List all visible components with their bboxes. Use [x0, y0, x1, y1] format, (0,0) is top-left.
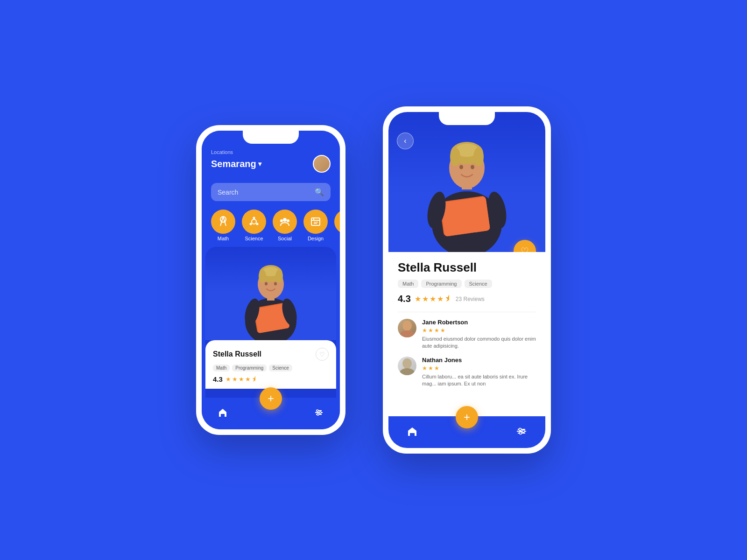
- category-math[interactable]: Math: [211, 210, 235, 241]
- tag-math: Math: [213, 364, 230, 371]
- svg-point-10: [287, 219, 289, 222]
- review-1: Jane Robertson ★★★★ Eiusmod eiusmod dolo…: [398, 319, 536, 350]
- search-icon: 🔍: [315, 188, 324, 196]
- reviewer-1-name: Jane Robertson: [422, 319, 536, 326]
- svg-point-4: [252, 219, 256, 224]
- tutor-details: Stella Russell Math Programming Science …: [388, 252, 545, 416]
- star-2: ★: [232, 376, 238, 383]
- location-text: Semarang: [211, 159, 256, 169]
- bottom-bar-1: +: [202, 398, 340, 429]
- svg-point-24: [275, 270, 283, 283]
- svg-point-50: [400, 330, 415, 337]
- card-tutor-name: Stella Russell: [213, 350, 261, 358]
- tag2-programming: Programming: [421, 280, 461, 288]
- home-icon-2[interactable]: [407, 426, 418, 439]
- tutor-name-p2: Stella Russell: [398, 260, 536, 275]
- star2-4: ★: [437, 294, 444, 303]
- notch-2: [439, 112, 495, 125]
- review-1-stars: ★★★★: [422, 327, 536, 334]
- locations-label: Locations: [211, 149, 331, 155]
- phone-2-content: ‹ ♡: [388, 112, 545, 448]
- card-name-row: Stella Russell ♡: [213, 348, 329, 361]
- svg-point-49: [402, 321, 412, 331]
- tutor-image: [205, 247, 336, 340]
- favorite-button[interactable]: ♡: [316, 348, 329, 361]
- category-design[interactable]: Design: [303, 210, 328, 241]
- rating-row-p2: 4.3 ★ ★ ★ ★ ⯨ 23 Reviews: [398, 294, 536, 304]
- design-icon: [303, 210, 328, 234]
- star-1: ★: [226, 376, 231, 383]
- svg-point-26: [265, 282, 268, 286]
- tag-programming: Programming: [232, 364, 267, 371]
- categories-row: Math Science: [202, 206, 340, 247]
- phone-1: Locations Semarang ▾ Search 🔍: [196, 125, 345, 435]
- svg-point-52: [400, 368, 415, 375]
- math-label: Math: [218, 236, 229, 241]
- social-icon: [273, 210, 297, 234]
- back-button[interactable]: ‹: [397, 133, 414, 149]
- svg-point-25: [259, 270, 266, 283]
- rating-row: 4.3 ★ ★ ★ ★ ⯨: [213, 375, 329, 383]
- stars-p2: ★ ★ ★ ★ ⯨: [415, 294, 452, 303]
- reviews-count: 23 Reviews: [456, 296, 485, 302]
- jane-avatar: [398, 319, 416, 337]
- prog-icon: [334, 210, 340, 234]
- fab-button-2[interactable]: +: [456, 406, 478, 428]
- star2-2: ★: [422, 294, 429, 303]
- svg-point-51: [402, 358, 412, 369]
- review-2-stars: ★★★: [422, 365, 536, 371]
- science-icon: [242, 210, 266, 234]
- svg-point-44: [450, 147, 460, 166]
- tags-row: Math Programming Science: [213, 364, 329, 371]
- social-label: Social: [278, 236, 292, 241]
- heart-fab-button[interactable]: ♡: [514, 240, 536, 252]
- svg-point-33: [317, 410, 318, 412]
- tutor-card[interactable]: Stella Russell ♡ Math Programming Scienc…: [205, 247, 336, 398]
- math-icon: [211, 210, 235, 234]
- rating-number: 4.3: [213, 375, 223, 383]
- svg-point-27: [274, 282, 277, 286]
- design-label: Design: [308, 236, 324, 241]
- fab-button[interactable]: +: [260, 387, 282, 410]
- category-science[interactable]: Science: [242, 210, 266, 241]
- phone-2-screen: ‹ ♡: [388, 112, 545, 448]
- bottom-bar-2: +: [388, 416, 545, 448]
- card-info: Stella Russell ♡ Math Programming Scienc…: [205, 340, 336, 389]
- stars: ★ ★ ★ ★ ⯨: [226, 376, 258, 383]
- tag2-science: Science: [465, 280, 492, 288]
- phone-1-content: Locations Semarang ▾ Search 🔍: [202, 131, 340, 429]
- search-bar[interactable]: Search 🔍: [211, 183, 331, 201]
- science-label: Science: [245, 236, 263, 241]
- svg-point-5: [253, 217, 255, 219]
- svg-point-8: [283, 218, 287, 222]
- category-prog[interactable]: Prog: [334, 210, 340, 241]
- reviewer-2-name: Nathan Jones: [422, 357, 536, 364]
- tag2-math: Math: [398, 280, 418, 288]
- search-placeholder: Search: [218, 189, 311, 196]
- location-selector[interactable]: Semarang ▾: [211, 159, 261, 169]
- star-3: ★: [239, 376, 244, 383]
- review-2-content: Nathan Jones ★★★ Cillum laboru... ea sit…: [422, 357, 536, 388]
- star2-3: ★: [430, 294, 436, 303]
- phone-1-screen: Locations Semarang ▾ Search 🔍: [202, 131, 340, 429]
- tutor-hero-image: ‹ ♡: [388, 112, 545, 252]
- rating-number-p2: 4.3: [398, 294, 411, 304]
- svg-point-9: [280, 219, 283, 222]
- review-1-text: Eiusmod eiusmod dolor commodo quis dolor…: [422, 336, 536, 350]
- phone-2: ‹ ♡: [383, 106, 551, 454]
- avatar[interactable]: [313, 155, 331, 173]
- svg-point-43: [473, 147, 484, 166]
- divider: [398, 312, 536, 312]
- svg-point-58: [519, 432, 521, 434]
- filter-icon[interactable]: [314, 407, 324, 420]
- review-2-text: Cillum laboru... ea sit aute laboris sin…: [422, 373, 536, 388]
- svg-point-34: [319, 412, 321, 413]
- svg-point-46: [471, 165, 474, 169]
- nathan-avatar: [398, 357, 416, 375]
- review-2: Nathan Jones ★★★ Cillum laboru... ea sit…: [398, 357, 536, 388]
- dropdown-arrow-icon: ▾: [258, 160, 261, 168]
- svg-point-7: [250, 223, 252, 225]
- filter-icon-2[interactable]: [516, 426, 527, 439]
- category-social[interactable]: Social: [273, 210, 297, 241]
- home-icon[interactable]: [218, 407, 228, 420]
